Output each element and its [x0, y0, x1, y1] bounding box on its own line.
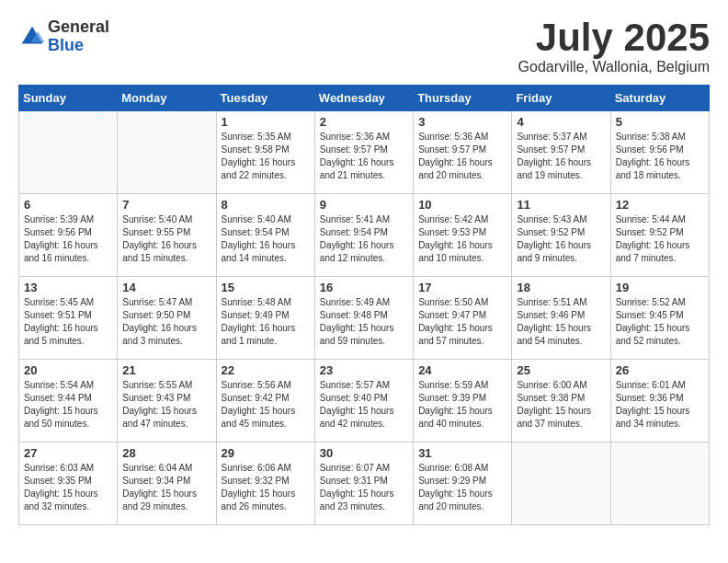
day-detail: Sunrise: 5:39 AM Sunset: 9:56 PM Dayligh… — [24, 213, 112, 265]
calendar: SundayMondayTuesdayWednesdayThursdayFrid… — [18, 85, 710, 525]
calendar-cell: 21Sunrise: 5:55 AM Sunset: 9:43 PM Dayli… — [118, 360, 216, 442]
day-number: 29 — [222, 446, 310, 460]
calendar-cell: 24Sunrise: 5:59 AM Sunset: 9:39 PM Dayli… — [414, 360, 512, 442]
logo: General Blue — [18, 18, 109, 55]
day-number: 25 — [517, 363, 605, 377]
day-number: 18 — [517, 281, 605, 294]
day-detail: Sunrise: 5:43 AM Sunset: 9:52 PM Dayligh… — [517, 213, 605, 265]
day-number: 19 — [616, 281, 704, 294]
calendar-cell: 15Sunrise: 5:48 AM Sunset: 9:49 PM Dayli… — [216, 277, 314, 360]
calendar-header-tuesday: Tuesday — [216, 86, 314, 111]
month-title: July 2025 — [518, 18, 710, 57]
title-area: July 2025 Godarville, Wallonia, Belgium — [518, 18, 710, 75]
day-number: 21 — [122, 363, 210, 377]
calendar-header-sunday: Sunday — [19, 86, 118, 111]
calendar-cell: 14Sunrise: 5:47 AM Sunset: 9:50 PM Dayli… — [118, 277, 216, 360]
week-row-5: 27Sunrise: 6:03 AM Sunset: 9:35 PM Dayli… — [19, 442, 710, 525]
day-detail: Sunrise: 5:49 AM Sunset: 9:48 PM Dayligh… — [320, 296, 408, 348]
calendar-header-row: SundayMondayTuesdayWednesdayThursdayFrid… — [19, 86, 710, 111]
day-detail: Sunrise: 6:03 AM Sunset: 9:35 PM Dayligh… — [24, 462, 112, 513]
calendar-cell: 31Sunrise: 6:08 AM Sunset: 9:29 PM Dayli… — [414, 442, 512, 525]
calendar-cell — [19, 111, 118, 194]
day-detail: Sunrise: 5:35 AM Sunset: 9:58 PM Dayligh… — [222, 131, 310, 182]
calendar-cell — [610, 442, 709, 525]
calendar-cell: 13Sunrise: 5:45 AM Sunset: 9:51 PM Dayli… — [19, 277, 118, 360]
calendar-cell: 11Sunrise: 5:43 AM Sunset: 9:52 PM Dayli… — [512, 194, 610, 277]
day-detail: Sunrise: 6:06 AM Sunset: 9:32 PM Dayligh… — [222, 462, 310, 513]
calendar-cell: 20Sunrise: 5:54 AM Sunset: 9:44 PM Dayli… — [19, 360, 118, 442]
calendar-cell: 1Sunrise: 5:35 AM Sunset: 9:58 PM Daylig… — [216, 111, 314, 194]
day-number: 30 — [320, 446, 408, 460]
day-number: 7 — [122, 198, 210, 212]
day-detail: Sunrise: 5:36 AM Sunset: 9:57 PM Dayligh… — [320, 131, 408, 182]
calendar-cell: 9Sunrise: 5:41 AM Sunset: 9:54 PM Daylig… — [314, 194, 413, 277]
logo-icon — [18, 23, 46, 51]
day-number: 2 — [320, 115, 408, 129]
week-row-2: 6Sunrise: 5:39 AM Sunset: 9:56 PM Daylig… — [19, 194, 710, 277]
day-number: 31 — [418, 446, 506, 460]
calendar-cell: 7Sunrise: 5:40 AM Sunset: 9:55 PM Daylig… — [118, 194, 216, 277]
header: General Blue July 2025 Godarville, Wallo… — [18, 18, 710, 75]
logo-blue-text: Blue — [48, 37, 109, 55]
day-detail: Sunrise: 5:51 AM Sunset: 9:46 PM Dayligh… — [517, 296, 605, 348]
day-number: 10 — [418, 198, 506, 212]
calendar-cell: 2Sunrise: 5:36 AM Sunset: 9:57 PM Daylig… — [314, 111, 413, 194]
calendar-cell: 27Sunrise: 6:03 AM Sunset: 9:35 PM Dayli… — [19, 442, 118, 525]
day-detail: Sunrise: 6:01 AM Sunset: 9:36 PM Dayligh… — [616, 379, 704, 431]
day-detail: Sunrise: 5:57 AM Sunset: 9:40 PM Dayligh… — [320, 379, 408, 431]
day-detail: Sunrise: 5:40 AM Sunset: 9:55 PM Dayligh… — [122, 213, 210, 265]
day-number: 9 — [320, 198, 408, 212]
calendar-cell: 16Sunrise: 5:49 AM Sunset: 9:48 PM Dayli… — [314, 277, 413, 360]
day-detail: Sunrise: 6:04 AM Sunset: 9:34 PM Dayligh… — [122, 462, 210, 513]
day-number: 3 — [418, 115, 506, 129]
week-row-3: 13Sunrise: 5:45 AM Sunset: 9:51 PM Dayli… — [19, 277, 710, 360]
day-detail: Sunrise: 5:56 AM Sunset: 9:42 PM Dayligh… — [222, 379, 310, 431]
day-detail: Sunrise: 5:55 AM Sunset: 9:43 PM Dayligh… — [122, 379, 210, 431]
calendar-cell: 5Sunrise: 5:38 AM Sunset: 9:56 PM Daylig… — [610, 111, 709, 194]
day-detail: Sunrise: 5:36 AM Sunset: 9:57 PM Dayligh… — [418, 131, 506, 182]
day-number: 24 — [418, 363, 506, 377]
calendar-cell: 28Sunrise: 6:04 AM Sunset: 9:34 PM Dayli… — [118, 442, 216, 525]
day-number: 12 — [616, 198, 704, 212]
day-number: 11 — [517, 198, 605, 212]
day-number: 4 — [517, 115, 605, 129]
day-number: 15 — [222, 281, 310, 294]
calendar-cell: 18Sunrise: 5:51 AM Sunset: 9:46 PM Dayli… — [512, 277, 610, 360]
calendar-cell: 8Sunrise: 5:40 AM Sunset: 9:54 PM Daylig… — [216, 194, 314, 277]
day-detail: Sunrise: 6:07 AM Sunset: 9:31 PM Dayligh… — [320, 462, 408, 513]
day-detail: Sunrise: 6:08 AM Sunset: 9:29 PM Dayligh… — [418, 462, 506, 513]
calendar-cell: 10Sunrise: 5:42 AM Sunset: 9:53 PM Dayli… — [414, 194, 512, 277]
calendar-cell: 4Sunrise: 5:37 AM Sunset: 9:57 PM Daylig… — [512, 111, 610, 194]
calendar-cell — [118, 111, 216, 194]
day-detail: Sunrise: 5:40 AM Sunset: 9:54 PM Dayligh… — [222, 213, 310, 265]
calendar-cell: 29Sunrise: 6:06 AM Sunset: 9:32 PM Dayli… — [216, 442, 314, 525]
calendar-cell — [512, 442, 610, 525]
day-number: 8 — [222, 198, 310, 212]
day-number: 22 — [222, 363, 310, 377]
day-number: 23 — [320, 363, 408, 377]
day-detail: Sunrise: 5:37 AM Sunset: 9:57 PM Dayligh… — [517, 131, 605, 182]
day-detail: Sunrise: 6:00 AM Sunset: 9:38 PM Dayligh… — [517, 379, 605, 431]
day-number: 26 — [616, 363, 704, 377]
day-number: 20 — [24, 363, 112, 377]
calendar-cell: 3Sunrise: 5:36 AM Sunset: 9:57 PM Daylig… — [414, 111, 512, 194]
day-detail: Sunrise: 5:47 AM Sunset: 9:50 PM Dayligh… — [122, 296, 210, 348]
day-detail: Sunrise: 5:38 AM Sunset: 9:56 PM Dayligh… — [616, 131, 704, 182]
day-detail: Sunrise: 5:41 AM Sunset: 9:54 PM Dayligh… — [320, 213, 408, 265]
calendar-cell: 23Sunrise: 5:57 AM Sunset: 9:40 PM Dayli… — [314, 360, 413, 442]
day-number: 17 — [418, 281, 506, 294]
calendar-cell: 25Sunrise: 6:00 AM Sunset: 9:38 PM Dayli… — [512, 360, 610, 442]
day-detail: Sunrise: 5:48 AM Sunset: 9:49 PM Dayligh… — [222, 296, 310, 348]
day-number: 6 — [24, 198, 112, 212]
logo-general-text: General — [48, 18, 109, 37]
calendar-cell: 12Sunrise: 5:44 AM Sunset: 9:52 PM Dayli… — [610, 194, 709, 277]
day-number: 13 — [24, 281, 112, 294]
calendar-header-monday: Monday — [118, 86, 216, 111]
day-number: 14 — [122, 281, 210, 294]
location-title: Godarville, Wallonia, Belgium — [518, 59, 710, 75]
calendar-header-saturday: Saturday — [610, 86, 709, 111]
day-number: 1 — [222, 115, 310, 129]
day-detail: Sunrise: 5:44 AM Sunset: 9:52 PM Dayligh… — [616, 213, 704, 265]
day-detail: Sunrise: 5:45 AM Sunset: 9:51 PM Dayligh… — [24, 296, 112, 348]
day-detail: Sunrise: 5:52 AM Sunset: 9:45 PM Dayligh… — [616, 296, 704, 348]
